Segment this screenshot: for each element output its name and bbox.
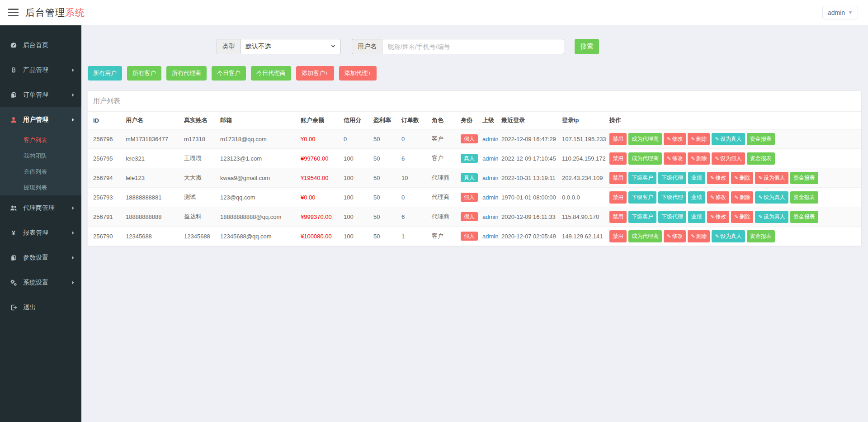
toolbar-button[interactable]: 添加客户+ <box>296 66 334 81</box>
action-button[interactable]: 下级客户 <box>628 211 656 223</box>
sidebar-item-system[interactable]: 系统设置 <box>0 270 81 295</box>
toolbar-button[interactable]: 所有客户 <box>127 66 161 81</box>
action-button[interactable]: 资金报表 <box>790 172 818 184</box>
action-button[interactable]: ✎删除 <box>688 152 710 165</box>
action-button[interactable]: ✎修改 <box>707 191 729 204</box>
cell-actions: 禁用下级客户下级代理业绩✎修改✎删除✎设为假人资金报表 <box>606 168 861 188</box>
column-header: ID <box>88 112 122 129</box>
username-input[interactable] <box>382 39 564 54</box>
cell-identity: 真人 <box>457 168 479 188</box>
action-button[interactable]: 禁用 <box>609 133 627 145</box>
type-label: 类型 <box>217 39 241 54</box>
main-content: 类型 默认不选 用户名 搜索 所有用户所有客户所有代理商今日客户今日代理商添加客… <box>81 25 868 422</box>
sidebar-item-agents[interactable]: 代理商管理 <box>0 195 81 220</box>
menu-toggle-icon[interactable] <box>8 9 19 16</box>
action-button[interactable]: ✎删除 <box>688 230 710 242</box>
action-button[interactable]: ✎删除 <box>688 133 710 145</box>
cell-balance: ¥999370.00 <box>297 207 340 227</box>
toolbar-button[interactable]: 所有用户 <box>88 66 122 81</box>
toolbar-button[interactable]: 今日代理商 <box>251 66 291 81</box>
action-button[interactable]: 下级代理 <box>658 172 686 184</box>
action-button[interactable]: ✎修改 <box>664 230 686 242</box>
action-button[interactable]: ✎删除 <box>731 191 753 204</box>
table-header-row: ID用户名真实姓名邮箱账户余额信用分盈利率订单数角色身份上级最近登录登录ip操作 <box>88 112 861 129</box>
cell-last-login: 2022-10-31 13:19:11 <box>498 168 558 188</box>
cell-actions: 禁用成为代理商✎修改✎删除✎设为真人资金报表 <box>606 227 861 246</box>
cell-id: 256791 <box>88 207 122 227</box>
action-button[interactable]: ✎设为假人 <box>755 172 788 184</box>
parent-link[interactable]: admin <box>482 155 498 162</box>
action-button[interactable]: 禁用 <box>609 191 627 204</box>
column-header: 角色 <box>428 112 457 129</box>
sidebar-item-logout[interactable]: 退出 <box>0 295 81 320</box>
search-button[interactable]: 搜索 <box>575 39 599 54</box>
action-button[interactable]: ✎修改 <box>707 211 729 223</box>
toolbar-button[interactable]: 所有代理商 <box>166 66 207 81</box>
sidebar-item-home[interactable]: 后台首页 <box>0 33 81 57</box>
cell-identity: 假人 <box>457 188 479 207</box>
sidebar-subitem-team[interactable]: 我的团队 <box>0 148 81 164</box>
type-select[interactable]: 默认不选 <box>241 39 341 54</box>
action-button[interactable]: 下级代理 <box>658 211 686 223</box>
action-button[interactable]: 业绩 <box>688 172 705 184</box>
action-button[interactable]: 禁用 <box>609 230 627 242</box>
user-menu[interactable]: admin ▼ <box>822 6 858 19</box>
cell-email: 18888888888@qq.com <box>217 207 297 227</box>
username-filter-group: 用户名 <box>352 39 564 54</box>
action-button[interactable]: ✎设为真人 <box>755 211 788 223</box>
action-button[interactable]: ✎删除 <box>731 172 753 184</box>
toolbar-button[interactable]: 今日客户 <box>212 66 246 81</box>
toolbar-button[interactable]: 添加代理+ <box>339 66 377 81</box>
action-button[interactable]: ✎设为真人 <box>712 133 745 145</box>
orders-icon <box>9 91 18 99</box>
action-button[interactable]: ✎设为假人 <box>712 152 745 165</box>
cell-profit-rate: 50 <box>370 149 398 168</box>
action-button[interactable]: ✎删除 <box>731 211 753 223</box>
action-button[interactable]: 成为代理商 <box>628 152 662 165</box>
action-button[interactable]: ✎设为真人 <box>712 230 745 242</box>
cell-id: 256790 <box>88 227 122 246</box>
action-button[interactable]: 下级客户 <box>628 191 656 204</box>
action-button[interactable]: 资金报表 <box>747 230 775 242</box>
action-button[interactable]: 资金报表 <box>747 133 775 145</box>
parent-link[interactable]: admin <box>482 194 498 201</box>
action-button[interactable]: ✎修改 <box>707 172 729 184</box>
action-button[interactable]: 下级代理 <box>658 191 686 204</box>
action-button[interactable]: 业绩 <box>688 211 705 223</box>
action-button[interactable]: 资金报表 <box>747 152 775 165</box>
sidebar-item-products[interactable]: 产品管理 <box>0 57 81 82</box>
action-button[interactable]: 下级客户 <box>628 172 656 184</box>
action-button[interactable]: 禁用 <box>609 211 627 223</box>
sidebar-item-orders[interactable]: 订单管理 <box>0 82 81 107</box>
action-button[interactable]: ✎修改 <box>664 133 686 145</box>
sidebar-subitem-withdraw[interactable]: 提现列表 <box>0 180 81 195</box>
bitcoin-icon <box>9 66 18 74</box>
sidebar-item-reports[interactable]: ¥报表管理 <box>0 220 81 245</box>
action-button[interactable]: 资金报表 <box>790 191 818 204</box>
parent-link[interactable]: admin <box>482 136 498 142</box>
cell-order-count: 10 <box>398 168 428 188</box>
action-button[interactable]: 禁用 <box>609 152 627 165</box>
identity-badge: 假人 <box>461 232 478 241</box>
cell-profit-rate: 50 <box>370 227 398 246</box>
action-button[interactable]: 成为代理商 <box>628 133 662 145</box>
app-title-dark: 后台管理 <box>25 7 65 18</box>
pencil-icon: ✎ <box>715 233 719 239</box>
sidebar-item-label: 产品管理 <box>23 66 72 74</box>
action-button[interactable]: 资金报表 <box>790 211 818 223</box>
parent-link[interactable]: admin <box>482 175 498 181</box>
sidebar-item-users[interactable]: 用户管理 <box>0 107 81 132</box>
action-button[interactable]: 业绩 <box>688 191 705 204</box>
sidebar-subitem-customers[interactable]: 客户列表 <box>0 132 81 148</box>
action-button[interactable]: ✎修改 <box>664 152 686 165</box>
action-button[interactable]: 禁用 <box>609 172 627 184</box>
sidebar-subitem-recharge[interactable]: 充值列表 <box>0 164 81 180</box>
action-button[interactable]: 成为代理商 <box>628 230 662 242</box>
action-button[interactable]: ✎设为真人 <box>755 191 788 204</box>
cell-actions: 禁用下级客户下级代理业绩✎修改✎删除✎设为真人资金报表 <box>606 188 861 207</box>
parent-link[interactable]: admin <box>482 213 498 220</box>
chevron-right-icon <box>72 206 74 210</box>
pencil-icon: ✎ <box>667 156 671 161</box>
sidebar-item-params[interactable]: 参数设置 <box>0 245 81 270</box>
parent-link[interactable]: admin <box>482 233 498 240</box>
